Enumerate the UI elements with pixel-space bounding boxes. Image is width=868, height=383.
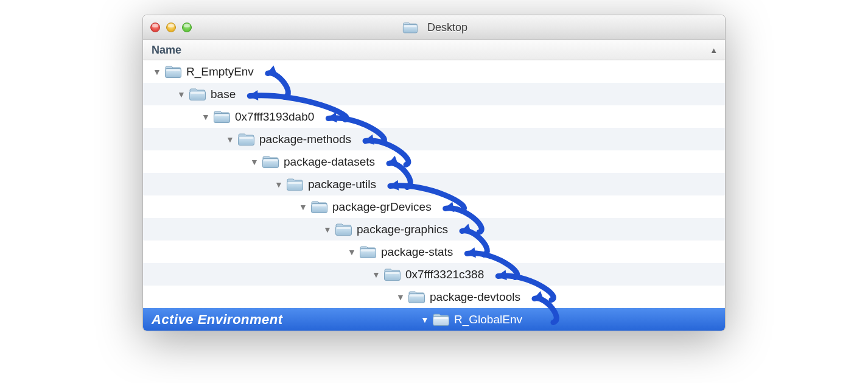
triangle-down-icon[interactable]: ▼ bbox=[225, 135, 236, 144]
list-item[interactable]: ▼package-grDevices bbox=[143, 195, 725, 218]
row-label: package-grDevices bbox=[332, 200, 432, 214]
triangle-down-icon[interactable]: ▼ bbox=[273, 180, 284, 189]
list-item[interactable]: ▼base bbox=[143, 83, 725, 105]
folder-icon bbox=[402, 21, 418, 34]
row-label: package-devtools bbox=[430, 290, 520, 304]
row-label: package-stats bbox=[381, 245, 453, 259]
list-item[interactable]: ▼package-graphics bbox=[143, 218, 725, 241]
finder-window: Desktop Name ▲ ▼R_EmptyEnv▼base▼0x7fff31… bbox=[142, 15, 726, 331]
triangle-down-icon[interactable]: ▼ bbox=[298, 202, 309, 212]
zoom-button[interactable] bbox=[182, 23, 192, 32]
triangle-down-icon[interactable]: ▼ bbox=[200, 112, 211, 122]
triangle-down-icon[interactable]: ▼ bbox=[152, 67, 163, 77]
list-item-selected[interactable]: ▼R_GlobalEnvActive Environment bbox=[143, 308, 725, 331]
folder-icon bbox=[432, 312, 450, 326]
triangle-down-icon[interactable]: ▼ bbox=[395, 292, 406, 302]
list-item[interactable]: ▼package-utils bbox=[143, 173, 725, 195]
list-item[interactable]: ▼0x7fff3321c388 bbox=[143, 263, 725, 286]
row-label: 0x7fff3321c388 bbox=[405, 268, 484, 281]
triangle-down-icon[interactable]: ▼ bbox=[419, 315, 430, 325]
row-label: package-methods bbox=[259, 133, 351, 146]
traffic-lights bbox=[150, 23, 192, 32]
folder-icon bbox=[310, 200, 328, 214]
list-item[interactable]: ▼0x7fff3193dab0 bbox=[143, 105, 725, 128]
row-label: package-graphics bbox=[357, 223, 448, 236]
folder-icon bbox=[335, 222, 352, 236]
titlebar[interactable]: Desktop bbox=[143, 15, 725, 40]
row-label: R_EmptyEnv bbox=[186, 65, 254, 79]
list-item[interactable]: ▼package-datasets bbox=[143, 150, 725, 173]
triangle-down-icon[interactable]: ▼ bbox=[346, 247, 357, 257]
list-item[interactable]: ▼package-devtools bbox=[143, 286, 725, 308]
row-label: base bbox=[211, 88, 236, 101]
folder-icon bbox=[286, 177, 304, 191]
folder-icon bbox=[359, 245, 377, 259]
triangle-down-icon[interactable]: ▼ bbox=[371, 270, 382, 279]
list-item[interactable]: ▼R_EmptyEnv bbox=[143, 60, 725, 83]
folder-icon bbox=[383, 267, 401, 281]
list-item[interactable]: ▼package-methods bbox=[143, 128, 725, 150]
folder-icon bbox=[189, 87, 206, 101]
triangle-down-icon[interactable]: ▼ bbox=[322, 225, 333, 234]
column-header-row[interactable]: Name ▲ bbox=[143, 40, 725, 60]
column-header-name[interactable]: Name bbox=[152, 44, 181, 57]
triangle-down-icon[interactable]: ▼ bbox=[249, 157, 260, 167]
close-button[interactable] bbox=[150, 23, 160, 32]
minimize-button[interactable] bbox=[166, 23, 176, 32]
folder-icon bbox=[262, 155, 279, 169]
file-list: ▼R_EmptyEnv▼base▼0x7fff3193dab0▼package-… bbox=[143, 60, 725, 331]
row-label: R_GlobalEnv bbox=[454, 313, 522, 326]
folder-icon bbox=[408, 290, 425, 304]
triangle-up-icon[interactable]: ▲ bbox=[710, 46, 718, 55]
window-title: Desktop bbox=[427, 21, 467, 34]
folder-icon bbox=[237, 132, 255, 146]
row-label: package-utils bbox=[308, 178, 376, 191]
row-label: package-datasets bbox=[284, 155, 375, 169]
active-environment-label: Active Environment bbox=[152, 312, 283, 328]
row-label: 0x7fff3193dab0 bbox=[235, 110, 314, 124]
folder-icon bbox=[213, 110, 231, 124]
folder-icon bbox=[164, 65, 182, 79]
triangle-down-icon[interactable]: ▼ bbox=[176, 90, 187, 99]
list-item[interactable]: ▼package-stats bbox=[143, 241, 725, 263]
